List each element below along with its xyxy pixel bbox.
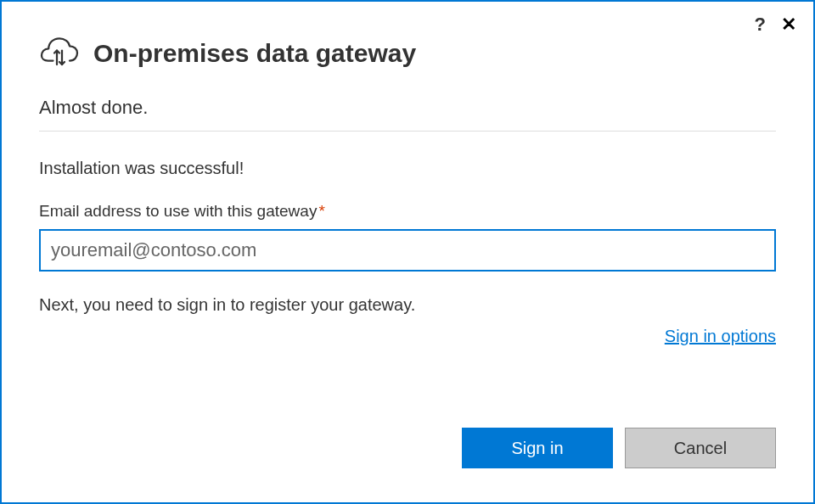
sign-in-button[interactable]: Sign in [462,428,613,468]
cloud-upload-download-icon [39,34,80,73]
help-icon[interactable]: ? [755,14,766,36]
options-row: Sign in options [39,327,776,346]
dialog-title: On-premises data gateway [93,39,416,68]
required-asterisk: * [318,202,324,220]
instruction-text: Next, you need to sign in to register yo… [39,295,776,315]
divider [39,131,776,132]
status-text: Installation was successful! [39,159,776,178]
dialog-content: On-premises data gateway Almost done. In… [2,2,813,502]
email-label: Email address to use with this gateway* [39,202,776,221]
sign-in-options-link[interactable]: Sign in options [665,327,776,345]
button-row: Sign in Cancel [39,428,776,468]
email-label-text: Email address to use with this gateway [39,202,317,220]
subtitle-text: Almost done. [39,97,776,119]
spacer [39,355,776,428]
close-icon[interactable]: ✕ [781,15,796,34]
cancel-button[interactable]: Cancel [625,428,776,468]
email-input[interactable] [39,229,776,272]
header-row: On-premises data gateway [39,34,776,73]
titlebar: ? ✕ [755,14,796,36]
